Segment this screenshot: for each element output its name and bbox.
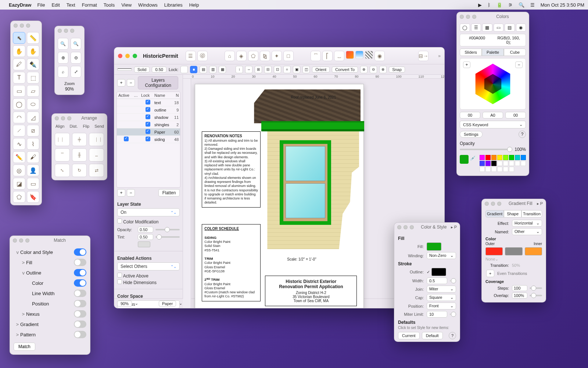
tool-12[interactable]: ◠ <box>13 112 25 123</box>
zoom-tool-2[interactable]: ⊕ <box>58 52 68 64</box>
tool-19[interactable]: 🖌 <box>27 151 39 163</box>
mode-wheel-icon[interactable]: ◯ <box>460 24 470 32</box>
tool-0[interactable]: ⬉ <box>13 32 25 44</box>
palette-empty-6[interactable] <box>485 167 491 172</box>
menu-help[interactable]: Help <box>189 2 199 8</box>
tool-25[interactable]: 🔖 <box>27 191 39 203</box>
palette-swatch-10[interactable] <box>491 161 496 166</box>
roof-graphic[interactable] <box>254 89 361 123</box>
color-mod-check[interactable] <box>117 219 122 223</box>
palette-empty-2[interactable] <box>509 161 514 166</box>
lock-5[interactable]: ▦ <box>219 66 226 73</box>
pentagon-icon[interactable]: ⬠ <box>248 51 258 61</box>
palette-swatch-4[interactable] <box>503 155 508 160</box>
current-button[interactable]: Current <box>398 332 420 339</box>
arrange-tab-align[interactable]: Align <box>55 124 64 128</box>
snap-select[interactable]: Snap <box>389 67 405 72</box>
align-bottom-icon[interactable]: ⎵ <box>334 51 344 61</box>
airplay-icon[interactable]: ▶ <box>478 2 482 8</box>
palette-swatch-0[interactable] <box>480 155 485 160</box>
tool-8[interactable]: ▭ <box>13 85 25 97</box>
layer-remove-button[interactable]: − <box>127 79 135 86</box>
zoom-tool-3[interactable]: ⊖ <box>71 52 81 64</box>
hex-value[interactable]: #00A000 <box>463 36 491 45</box>
mode-crayons-icon[interactable]: ▤ <box>505 24 515 32</box>
tool-24[interactable]: ⬠ <box>13 191 25 203</box>
tab-shape[interactable]: Shape <box>504 210 521 217</box>
tint-slider[interactable] <box>155 236 180 238</box>
home-icon[interactable]: ⌂ <box>225 51 235 61</box>
tool-18[interactable]: ✏️ <box>13 151 25 163</box>
dxf-icon[interactable]: □ <box>283 51 294 61</box>
palette-empty-3[interactable] <box>515 161 520 166</box>
minimize-button[interactable] <box>125 54 130 58</box>
cap-select[interactable]: Square⌄ <box>427 294 456 301</box>
search-icon[interactable]: 🔍 <box>519 2 524 8</box>
tool-16[interactable]: ∿ <box>13 138 25 150</box>
arrange-tool-4[interactable]: ╫ <box>72 148 87 162</box>
opt-j[interactable]: ⊖ <box>370 66 377 73</box>
layers-table[interactable]: Active … Lock Name N text18outline9shado… <box>116 92 180 188</box>
opacity-field[interactable]: 0.50 <box>138 227 153 233</box>
window-graphic[interactable] <box>280 140 331 225</box>
tool-1[interactable]: 📏 <box>27 32 39 44</box>
overlap-field[interactable]: 100% <box>512 293 527 298</box>
tool-9[interactable]: ▱ <box>27 85 39 97</box>
current-color-swatch[interactable] <box>460 155 469 164</box>
match-row-8[interactable]: >Pattern <box>14 329 86 340</box>
palette-empty-7[interactable] <box>491 167 496 172</box>
pattern-swatch[interactable] <box>365 51 373 59</box>
match-row-1[interactable]: >Fill <box>14 257 86 268</box>
arrange-tool-1[interactable]: ╪ <box>72 133 87 146</box>
layer-row-Paper[interactable]: Paper60 <box>117 128 180 136</box>
match-row-3[interactable]: Color <box>14 278 86 288</box>
align-left-icon[interactable]: ⎡ <box>322 51 333 61</box>
cs-help-icon[interactable]: ? <box>449 332 456 339</box>
opt-k[interactable]: ⊗ <box>379 66 387 73</box>
stroke-width-select[interactable]: 0.50 <box>152 67 166 72</box>
arrange-tool-7[interactable]: ↻ <box>72 164 87 177</box>
none-select[interactable]: None⌄ <box>485 257 542 262</box>
color-swatch-1[interactable] <box>346 51 354 59</box>
palette-swatch-6[interactable] <box>515 155 520 160</box>
eyedropper-icon[interactable]: 💉 <box>469 155 476 162</box>
tab-cube[interactable]: Cube <box>504 49 526 56</box>
menu-tools[interactable]: Tools <box>104 2 115 8</box>
tool-20[interactable]: ◎ <box>13 164 25 176</box>
zoom-palette[interactable]: 🔍🔍⊕⊖⌕⤢ Zoom 90% <box>54 26 85 95</box>
rgb-value[interactable]: RGB(0, 160, 0); <box>495 36 523 45</box>
wifi-icon[interactable]: ⚞ <box>508 2 513 8</box>
match-row-7[interactable]: >Gradient <box>14 319 86 329</box>
inner-color-swatch[interactable] <box>525 247 542 255</box>
palette-swatch-8[interactable] <box>480 161 485 166</box>
tool-7[interactable]: ⬚ <box>27 72 39 84</box>
stroke-style-select[interactable]: Solid <box>134 67 150 72</box>
dimension-icon[interactable]: ⓓ <box>197 51 208 61</box>
opt-e[interactable]: ⊡ <box>274 66 281 73</box>
mirror-icon[interactable]: ⧎ <box>260 51 270 61</box>
palette-empty-10[interactable] <box>509 167 514 172</box>
gradient-swatch[interactable] <box>355 51 363 59</box>
tool-21[interactable]: 👤 <box>27 164 39 176</box>
tint-field[interactable]: 0.50 <box>138 234 153 240</box>
add-stop-button[interactable]: + <box>486 270 494 277</box>
mode-palette-icon[interactable]: ▦ <box>482 24 492 32</box>
menu-libraries[interactable]: Libraries <box>164 2 183 8</box>
renovation-notes[interactable]: RENOVATION NOTES 1) All aluminum siding … <box>202 131 261 208</box>
overlap-slider[interactable] <box>530 295 542 296</box>
layer-row-text[interactable]: text18 <box>117 99 180 106</box>
match-row-2[interactable]: vOutline <box>14 268 86 278</box>
zoom-button[interactable] <box>133 54 137 58</box>
tint-swatch[interactable] <box>138 241 150 247</box>
opt-f[interactable]: ⌗ <box>283 66 291 73</box>
palette-swatch-3[interactable] <box>497 155 502 160</box>
tool-13[interactable]: ◿ <box>27 112 39 123</box>
arrange-tab-send[interactable]: Send <box>94 124 104 128</box>
tools-palette[interactable]: ⬉📏✋✋🖊✒️T⬚▭▱◯⬭◠◿⟋⧄∿⌇✏️🖌◎👤◪▭⬠🔖 <box>10 21 42 205</box>
cornice-graphic[interactable] <box>261 121 364 131</box>
palette-swatch-9[interactable] <box>485 161 491 166</box>
position-select[interactable]: Front⌄ <box>427 302 456 309</box>
palette-swatch-7[interactable] <box>521 155 526 160</box>
outer-color-swatch[interactable] <box>485 247 503 255</box>
arrange-tool-8[interactable]: ⇄ <box>89 164 104 177</box>
